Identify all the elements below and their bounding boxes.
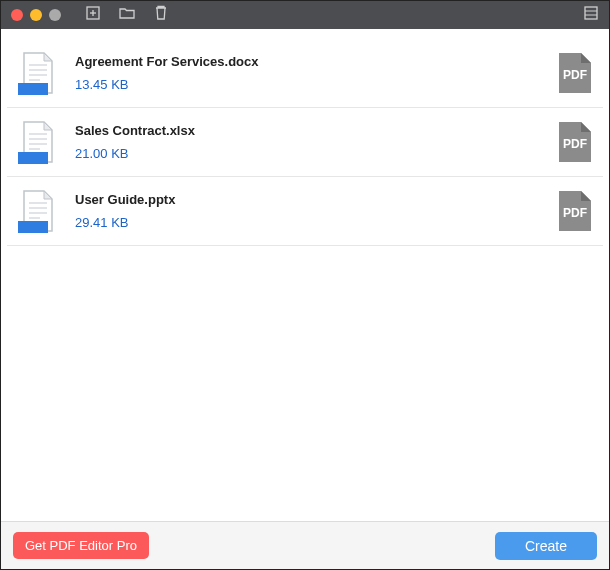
file-row[interactable]: Sales Contract.xlsx 21.00 KB PDF	[7, 108, 603, 177]
document-icon	[20, 189, 56, 233]
app-window: Agreement For Services.docx 13.45 KB PDF…	[0, 0, 610, 570]
folder-icon[interactable]	[119, 5, 135, 25]
document-icon	[20, 120, 56, 164]
document-icon	[20, 51, 56, 95]
minimize-button[interactable]	[30, 9, 42, 21]
pdf-output-icon: PDF	[557, 120, 593, 164]
close-button[interactable]	[11, 9, 23, 21]
maximize-button[interactable]	[49, 9, 61, 21]
file-row[interactable]: User Guide.pptx 29.41 KB PDF	[7, 177, 603, 246]
list-view-icon[interactable]	[583, 5, 599, 25]
pdf-output-icon: PDF	[557, 51, 593, 95]
file-row[interactable]: Agreement For Services.docx 13.45 KB PDF	[7, 39, 603, 108]
trash-icon[interactable]	[153, 5, 169, 25]
svg-text:PDF: PDF	[563, 206, 587, 220]
toolbar	[85, 5, 169, 25]
file-size: 21.00 KB	[75, 146, 545, 161]
file-list: Agreement For Services.docx 13.45 KB PDF…	[1, 29, 609, 521]
file-size: 29.41 KB	[75, 215, 545, 230]
file-name: User Guide.pptx	[75, 192, 545, 207]
pdf-output-icon: PDF	[557, 189, 593, 233]
footer: Get PDF Editor Pro Create	[1, 521, 609, 569]
window-controls	[11, 9, 61, 21]
create-button[interactable]: Create	[495, 532, 597, 560]
svg-rect-3	[585, 7, 597, 19]
file-size: 13.45 KB	[75, 77, 545, 92]
file-name: Agreement For Services.docx	[75, 54, 545, 69]
titlebar	[1, 1, 609, 29]
file-name: Sales Contract.xlsx	[75, 123, 545, 138]
get-pro-button[interactable]: Get PDF Editor Pro	[13, 532, 149, 559]
svg-text:PDF: PDF	[563, 68, 587, 82]
svg-text:PDF: PDF	[563, 137, 587, 151]
add-file-icon[interactable]	[85, 5, 101, 25]
